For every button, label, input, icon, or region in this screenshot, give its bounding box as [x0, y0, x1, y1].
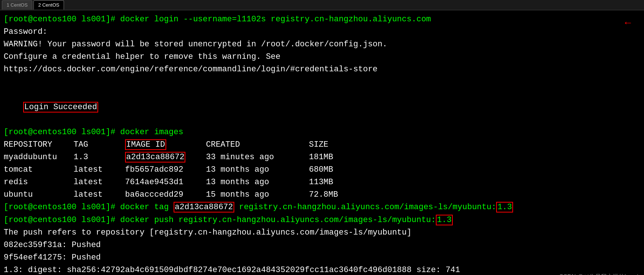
push-version: 1.3 — [436, 215, 453, 225]
table-row: redislatest7614ae9453d113 months ago113M… — [4, 176, 640, 189]
terminal-line: [root@centos100 ls001]# docker login --u… — [4, 13, 640, 26]
image-id-header-box: IMAGE ID — [125, 139, 166, 150]
tab-bar: 1 CentOS 2 CentOS — [0, 0, 644, 10]
login-succeeded-line: Login Succeeded — [4, 89, 640, 126]
terminal-line: Password: — [4, 26, 640, 38]
terminal-line — [4, 76, 640, 88]
terminal-line: WARNING! Your password will be stored un… — [4, 38, 640, 51]
docker-push-command: [root@centos100 ls001]# docker push regi… — [4, 214, 640, 226]
tag-image-id: a2d13ca88672 — [174, 202, 234, 213]
arrow-annotation: ← — [623, 15, 633, 31]
terminal-line: https://docs.docker.com/engine/reference… — [4, 63, 640, 76]
terminal-line: [root@centos100 ls001]# docker images — [4, 126, 640, 139]
image-id-cell: a2d13ca88672 — [125, 152, 185, 162]
table-row: tomcatlatestfb5657adc89213 months ago680… — [4, 164, 640, 176]
watermark: CSDN @ジ你是我永远的bugぐ — [559, 272, 640, 275]
terminal-line: Configure a credential helper to remove … — [4, 51, 640, 63]
tab-1[interactable]: 1 CentOS — [2, 0, 32, 10]
terminal-line: 1.3: digest: sha256:42792ab4c691509dbdf8… — [4, 264, 640, 275]
table-row: ubuntulatestba6acccedd2915 months ago72.… — [4, 189, 640, 201]
table-row: myaddubuntu1.3a2d13ca8867233 minutes ago… — [4, 151, 640, 164]
terminal: ← [root@centos100 ls001]# docker login -… — [0, 10, 644, 275]
tab-2[interactable]: 2 CentOS — [33, 0, 64, 10]
images-table-header: REPOSITORYTAGIMAGE IDCREATEDSIZE — [4, 139, 640, 151]
tag-version: 1.3 — [496, 202, 513, 213]
terminal-line: 9f54eef41275: Pushed — [4, 251, 640, 264]
terminal-line: The push refers to repository [registry.… — [4, 226, 640, 239]
docker-tag-command: [root@centos100 ls001]# docker tag a2d13… — [4, 201, 640, 214]
login-succeeded-text: Login Succeeded — [23, 102, 98, 113]
terminal-line: 082ec359f31a: Pushed — [4, 239, 640, 251]
